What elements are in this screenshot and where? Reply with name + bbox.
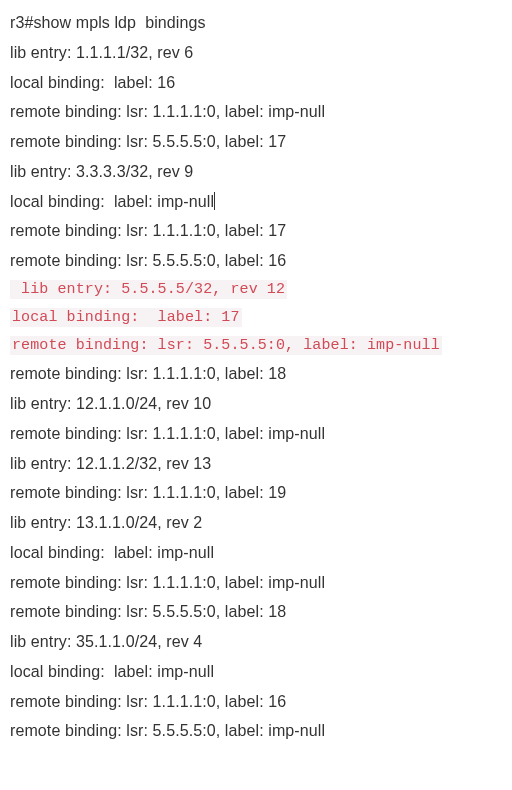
text-span: remote binding: lsr: 1.1.1.1:0, label: i… — [10, 103, 325, 120]
output-line: remote binding: lsr: 5.5.5.5:0, label: 1… — [10, 127, 500, 157]
output-line: remote binding: lsr: 1.1.1.1:0, label: 1… — [10, 216, 500, 246]
text-span: remote binding: lsr: 1.1.1.1:0, label: 1… — [10, 693, 286, 710]
output-line: remote binding: lsr: 1.1.1.1:0, label: 1… — [10, 687, 500, 717]
output-line: lib entry: 5.5.5.5/32, rev 12 — [10, 276, 500, 304]
output-line: r3#show mpls ldp bindings — [10, 8, 500, 38]
text-span: r3#show mpls ldp bindings — [10, 14, 206, 31]
output-line: lib entry: 12.1.1.0/24, rev 10 — [10, 389, 500, 419]
text-span: local binding: label: 16 — [10, 74, 175, 91]
output-line: local binding: label: 17 — [10, 304, 500, 332]
output-line: local binding: label: 16 — [10, 68, 500, 98]
text-span: lib entry: 12.1.1.0/24, rev 10 — [10, 395, 211, 412]
output-line: remote binding: lsr: 1.1.1.1:0, label: i… — [10, 419, 500, 449]
text-span: remote binding: lsr: 1.1.1.1:0, label: i… — [10, 574, 325, 591]
text-span: lib entry: 35.1.1.0/24, rev 4 — [10, 633, 202, 650]
output-line: remote binding: lsr: 1.1.1.1:0, label: i… — [10, 97, 500, 127]
text-span: local binding: label: imp-null — [10, 193, 214, 210]
highlighted-span: lib entry: 5.5.5.5/32, rev 12 — [10, 280, 287, 299]
text-span: remote binding: lsr: 5.5.5.5:0, label: i… — [10, 722, 325, 739]
text-cursor — [214, 192, 215, 210]
output-line: remote binding: lsr: 5.5.5.5:0, label: 1… — [10, 597, 500, 627]
output-line: local binding: label: imp-null — [10, 657, 500, 687]
output-line: remote binding: lsr: 1.1.1.1:0, label: 1… — [10, 359, 500, 389]
output-line: remote binding: lsr: 5.5.5.5:0, label: i… — [10, 716, 500, 746]
output-line: remote binding: lsr: 1.1.1.1:0, label: i… — [10, 568, 500, 598]
text-span: lib entry: 3.3.3.3/32, rev 9 — [10, 163, 193, 180]
text-span: local binding: label: imp-null — [10, 544, 214, 561]
output-line: remote binding: lsr: 5.5.5.5:0, label: 1… — [10, 246, 500, 276]
cli-output: r3#show mpls ldp bindingslib entry: 1.1.… — [0, 0, 512, 758]
text-span: remote binding: lsr: 5.5.5.5:0, label: 1… — [10, 133, 286, 150]
text-span: remote binding: lsr: 5.5.5.5:0, label: 1… — [10, 603, 286, 620]
text-span: remote binding: lsr: 1.1.1.1:0, label: 1… — [10, 484, 286, 501]
output-line: remote binding: lsr: 5.5.5.5:0, label: i… — [10, 332, 500, 360]
text-span: remote binding: lsr: 1.1.1.1:0, label: i… — [10, 425, 325, 442]
output-line: local binding: label: imp-null — [10, 538, 500, 568]
text-span: local binding: label: imp-null — [10, 663, 214, 680]
output-line: local binding: label: imp-null — [10, 187, 500, 217]
text-span: remote binding: lsr: 1.1.1.1:0, label: 1… — [10, 365, 286, 382]
output-line: lib entry: 35.1.1.0/24, rev 4 — [10, 627, 500, 657]
output-line: lib entry: 1.1.1.1/32, rev 6 — [10, 38, 500, 68]
output-line: lib entry: 12.1.1.2/32, rev 13 — [10, 449, 500, 479]
highlighted-span: local binding: label: 17 — [10, 308, 242, 327]
text-span: lib entry: 12.1.1.2/32, rev 13 — [10, 455, 211, 472]
highlighted-span: remote binding: lsr: 5.5.5.5:0, label: i… — [10, 336, 442, 355]
output-line: lib entry: 13.1.1.0/24, rev 2 — [10, 508, 500, 538]
text-span: lib entry: 13.1.1.0/24, rev 2 — [10, 514, 202, 531]
output-line: lib entry: 3.3.3.3/32, rev 9 — [10, 157, 500, 187]
text-span: lib entry: 1.1.1.1/32, rev 6 — [10, 44, 193, 61]
text-span: remote binding: lsr: 1.1.1.1:0, label: 1… — [10, 222, 286, 239]
text-span: remote binding: lsr: 5.5.5.5:0, label: 1… — [10, 252, 286, 269]
output-line: remote binding: lsr: 1.1.1.1:0, label: 1… — [10, 478, 500, 508]
